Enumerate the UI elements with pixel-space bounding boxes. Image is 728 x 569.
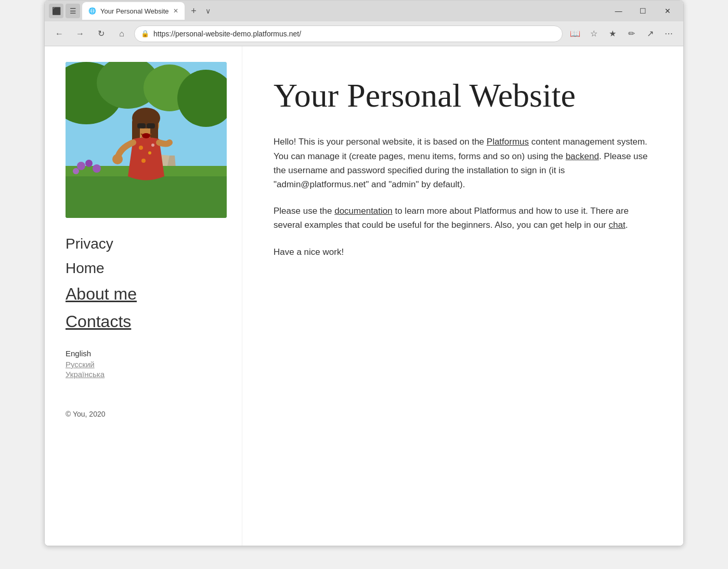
- sidebar-nav: Privacy Home About me Contacts: [66, 234, 221, 333]
- nav-item-home[interactable]: Home: [66, 258, 221, 278]
- page-title: Your Personal Website: [274, 77, 652, 114]
- more-button[interactable]: ⋯: [660, 25, 677, 42]
- window-controls: — ☐ ✕: [607, 3, 679, 19]
- nav-menu: Privacy Home About me Contacts: [66, 234, 221, 333]
- nav-link-about[interactable]: About me: [66, 284, 137, 303]
- url-input[interactable]: [153, 30, 556, 38]
- main-content: Your Personal Website Hello! This is you…: [242, 46, 683, 546]
- lang-current: English: [66, 349, 221, 358]
- svg-rect-8: [66, 176, 227, 218]
- backend-link[interactable]: backend: [566, 151, 599, 161]
- browser-toolbar: ← → ↻ ⌂ 🔒 📖 ☆ ★ ✏ ↗ ⋯: [45, 21, 683, 46]
- close-button[interactable]: ✕: [656, 3, 679, 19]
- svg-rect-17: [137, 123, 146, 128]
- svg-point-11: [73, 168, 79, 174]
- nav-link-home[interactable]: Home: [66, 260, 105, 276]
- home-button[interactable]: ⌂: [113, 25, 130, 42]
- toolbar-right-buttons: 📖 ☆ ★ ✏ ↗ ⋯: [567, 25, 677, 42]
- browser-titlebar: ⬛ ☰ 🌐 Your Personal Website ✕ + ∨ — ☐ ✕: [45, 1, 683, 21]
- tab-close-btn[interactable]: ✕: [173, 7, 178, 15]
- forward-button[interactable]: →: [72, 25, 88, 42]
- lock-icon: 🔒: [141, 30, 149, 37]
- copyright: © You, 2020: [66, 410, 221, 418]
- back-tab-btn[interactable]: ⬛: [49, 4, 63, 18]
- address-bar[interactable]: 🔒: [134, 25, 563, 42]
- svg-point-24: [112, 154, 123, 164]
- svg-point-20: [139, 146, 143, 150]
- share-button[interactable]: ↗: [642, 25, 658, 42]
- maximize-button[interactable]: ☐: [631, 3, 655, 19]
- reader-view-button[interactable]: 📖: [567, 25, 583, 42]
- paragraph-1: Hello! This is your personal website, it…: [274, 135, 648, 191]
- page-body: Hello! This is your personal website, it…: [274, 135, 648, 258]
- back-button[interactable]: ←: [51, 25, 68, 42]
- paragraph-3: Have a nice work!: [274, 245, 648, 259]
- lang-russian[interactable]: Русский: [66, 360, 221, 369]
- favorites-manager-button[interactable]: ★: [604, 25, 621, 42]
- tab-title: Your Personal Website: [100, 7, 169, 15]
- nav-item-about[interactable]: About me: [66, 282, 221, 306]
- language-switcher: English Русский Українська: [66, 349, 221, 379]
- svg-point-21: [148, 151, 151, 154]
- svg-point-12: [93, 164, 101, 173]
- svg-point-10: [85, 160, 93, 167]
- tab-list-btn[interactable]: ☰: [66, 4, 80, 18]
- minimize-button[interactable]: —: [607, 3, 630, 19]
- nav-item-contacts[interactable]: Contacts: [66, 310, 221, 333]
- svg-point-9: [77, 162, 85, 170]
- favorites-button[interactable]: ☆: [586, 25, 602, 42]
- active-tab[interactable]: 🌐 Your Personal Website ✕: [82, 2, 185, 20]
- svg-rect-18: [147, 123, 155, 128]
- tab-bar: ⬛ ☰ 🌐 Your Personal Website ✕ + ∨: [49, 2, 605, 20]
- chat-link[interactable]: chat: [609, 220, 626, 230]
- lang-ukrainian[interactable]: Українська: [66, 370, 221, 379]
- nav-link-contacts[interactable]: Contacts: [66, 312, 131, 331]
- browser-window: ⬛ ☰ 🌐 Your Personal Website ✕ + ∨ — ☐ ✕ …: [44, 0, 684, 546]
- refresh-button[interactable]: ↻: [93, 25, 109, 42]
- svg-point-25: [142, 133, 150, 138]
- tab-favicon: 🌐: [88, 7, 96, 15]
- profile-image: [66, 62, 227, 218]
- page-content: Privacy Home About me Contacts English Р: [45, 46, 683, 546]
- documentation-link[interactable]: documentation: [334, 206, 393, 216]
- tab-dropdown-btn[interactable]: ∨: [205, 7, 211, 15]
- paragraph-2: Please use the documentation to learn mo…: [274, 204, 648, 232]
- platformus-link[interactable]: Platformus: [487, 137, 529, 147]
- new-tab-button[interactable]: +: [187, 4, 201, 18]
- sidebar: Privacy Home About me Contacts English Р: [45, 46, 242, 546]
- draw-button[interactable]: ✏: [623, 25, 640, 42]
- nav-link-privacy[interactable]: Privacy: [66, 236, 113, 252]
- svg-point-22: [141, 159, 146, 163]
- nav-item-privacy[interactable]: Privacy: [66, 234, 221, 254]
- svg-point-23: [151, 144, 154, 147]
